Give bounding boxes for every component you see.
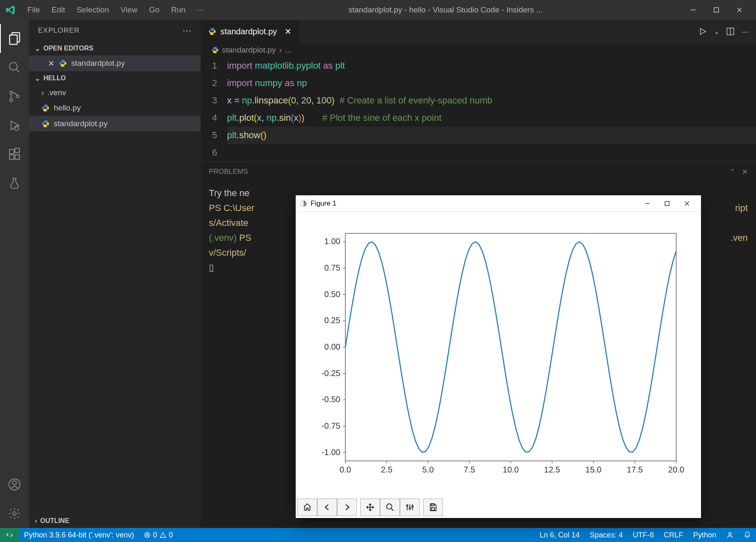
- svg-rect-1: [714, 8, 719, 12]
- chevron-down-icon: ⌄: [35, 45, 40, 53]
- editor-tab-standardplot[interactable]: standardplot.py ✕: [201, 20, 299, 43]
- svg-marker-11: [11, 121, 19, 130]
- activity-extensions[interactable]: [0, 140, 29, 169]
- home-button[interactable]: [297, 499, 317, 516]
- remote-indicator[interactable]: [0, 528, 19, 542]
- figure-close-button[interactable]: [677, 195, 697, 212]
- svg-text:1.00: 1.00: [324, 237, 340, 246]
- tab-label: standardplot.py: [220, 27, 277, 36]
- svg-text:10.0: 10.0: [503, 465, 519, 474]
- save-button[interactable]: [423, 499, 443, 516]
- menu-file[interactable]: File: [22, 5, 46, 14]
- status-errors-count: 0: [153, 531, 157, 540]
- explorer-sidebar: EXPLORER ··· ⌄ OPEN EDITORS ✕ standardpl…: [29, 20, 201, 528]
- status-position[interactable]: Ln 6, Col 14: [535, 528, 585, 542]
- activity-accounts[interactable]: [0, 470, 29, 499]
- svg-rect-32: [345, 233, 676, 461]
- pan-button[interactable]: [360, 499, 380, 516]
- matplotlib-figure-window[interactable]: Figure 1 0.02.55.07.510.012.515.017.520.…: [296, 195, 701, 518]
- close-icon[interactable]: ✕: [285, 26, 292, 36]
- run-button[interactable]: [698, 27, 707, 36]
- python-file-icon: [41, 120, 50, 128]
- figure-window-title: Figure 1: [311, 199, 336, 208]
- activity-testing[interactable]: [0, 169, 29, 198]
- svg-text:20.0: 20.0: [668, 465, 684, 474]
- outline-section[interactable]: › OUTLINE: [29, 514, 201, 528]
- status-language[interactable]: Python: [688, 528, 721, 542]
- svg-text:0.0: 0.0: [340, 465, 351, 474]
- activity-source-control[interactable]: [0, 82, 29, 111]
- menu-more[interactable]: ···: [191, 5, 210, 14]
- open-editors-section[interactable]: ⌄ OPEN EDITORS: [29, 41, 201, 55]
- workspace-label: HELLO: [43, 74, 66, 82]
- back-button[interactable]: [317, 499, 337, 516]
- figure-plot-area: 0.02.55.07.510.012.515.017.520.0-1.00-0.…: [296, 212, 701, 496]
- svg-text:7.5: 7.5: [464, 465, 475, 474]
- activity-bar: [0, 20, 29, 528]
- python-file-icon: [59, 59, 67, 67]
- figure-toolbar: [296, 496, 701, 518]
- window-maximize-button[interactable]: [705, 0, 728, 20]
- configure-button[interactable]: [400, 499, 420, 516]
- run-dropdown[interactable]: ⌄: [714, 28, 719, 36]
- svg-rect-5: [10, 35, 17, 45]
- open-editor-filename: standardplot.py: [71, 59, 125, 68]
- status-encoding[interactable]: UTF-8: [628, 528, 659, 542]
- file-item-hello[interactable]: hello.py: [29, 100, 201, 116]
- status-bar: Python 3.9.6 64-bit ('.venv': venv) 0 0 …: [0, 528, 756, 542]
- more-actions-icon[interactable]: ···: [742, 27, 749, 36]
- menu-selection[interactable]: Selection: [71, 5, 115, 14]
- breadcrumb[interactable]: standardplot.py › ...: [201, 43, 756, 57]
- activity-search[interactable]: [0, 53, 29, 82]
- window-close-button[interactable]: [728, 0, 751, 20]
- activity-settings[interactable]: [0, 499, 29, 528]
- code-editor[interactable]: 123456 import matplotlib.pyplot as pltim…: [201, 57, 756, 161]
- figure-maximize-button[interactable]: [657, 195, 677, 212]
- split-editor-button[interactable]: [726, 27, 735, 36]
- editor-tabs: standardplot.py ✕ ⌄ ···: [201, 20, 756, 43]
- open-editor-item[interactable]: ✕ standardplot.py: [29, 55, 201, 71]
- explorer-header: EXPLORER ···: [29, 20, 201, 41]
- workspace-section[interactable]: ⌄ HELLO: [29, 71, 201, 85]
- figure-minimize-button[interactable]: [637, 195, 657, 212]
- activity-run-debug[interactable]: [0, 111, 29, 140]
- status-feedback-icon[interactable]: [721, 528, 739, 542]
- menu-view[interactable]: View: [115, 5, 144, 14]
- svg-rect-79: [431, 504, 434, 506]
- status-eol[interactable]: CRLF: [659, 528, 688, 542]
- menu-go[interactable]: Go: [143, 5, 165, 14]
- forward-button[interactable]: [337, 499, 357, 516]
- breadcrumb-rest: ...: [285, 46, 292, 55]
- chevron-down-icon: ⌄: [35, 74, 40, 82]
- chevron-right-icon: ›: [35, 517, 37, 525]
- svg-line-7: [16, 69, 19, 72]
- svg-line-72: [391, 508, 394, 511]
- zoom-button[interactable]: [380, 499, 400, 516]
- explorer-more-icon[interactable]: ···: [183, 25, 191, 36]
- svg-text:5.0: 5.0: [422, 465, 434, 474]
- menu-edit[interactable]: Edit: [46, 5, 71, 14]
- svg-point-19: [13, 512, 16, 515]
- activity-explorer[interactable]: [0, 24, 29, 53]
- svg-text:15.0: 15.0: [586, 465, 602, 474]
- folder-item-venv[interactable]: › .venv: [29, 85, 201, 100]
- menu-run[interactable]: Run: [165, 5, 191, 14]
- svg-point-77: [409, 508, 411, 509]
- close-icon[interactable]: ✕: [48, 59, 55, 68]
- python-file-icon: [211, 46, 219, 54]
- panel-tab-problems[interactable]: PROBLEMS: [209, 168, 248, 176]
- file-item-standardplot[interactable]: standardplot.py: [29, 116, 201, 132]
- titlebar: File Edit Selection View Go Run ··· stan…: [0, 0, 756, 20]
- status-indent[interactable]: Spaces: 4: [585, 528, 628, 542]
- figure-window-titlebar[interactable]: Figure 1: [296, 195, 701, 212]
- panel-close-icon[interactable]: ✕: [742, 168, 748, 176]
- python-file-icon: [41, 104, 50, 112]
- status-python[interactable]: Python 3.9.6 64-bit ('.venv': venv): [19, 528, 139, 542]
- status-bell-icon[interactable]: [739, 528, 756, 542]
- window-minimize-button[interactable]: [682, 0, 705, 20]
- panel-maximize-icon[interactable]: ⌃: [730, 168, 735, 176]
- svg-point-9: [10, 99, 13, 102]
- status-problems[interactable]: 0 0: [139, 528, 178, 542]
- svg-text:0.25: 0.25: [324, 316, 340, 325]
- svg-text:-1.00: -1.00: [321, 448, 340, 457]
